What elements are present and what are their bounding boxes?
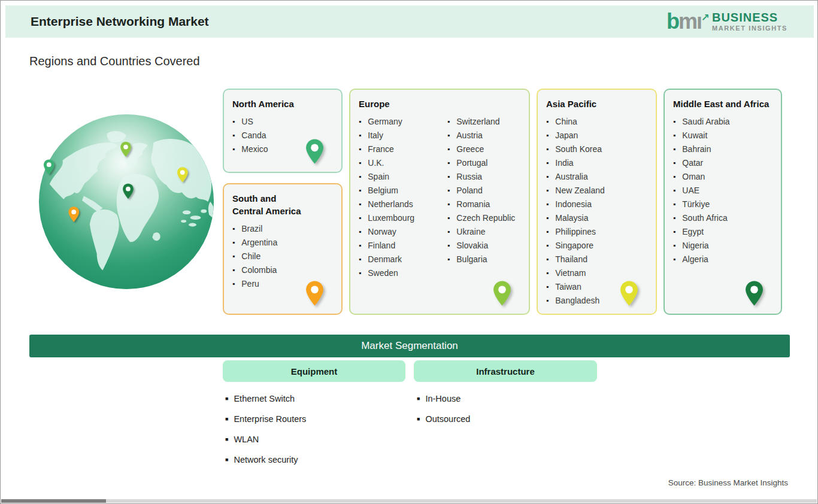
logo-line1: BUSINESS <box>712 11 787 23</box>
country-item: Romania <box>447 198 515 211</box>
country-item: Algeria <box>673 253 772 266</box>
country-item: Malaysia <box>546 211 647 225</box>
country-item: Australia <box>546 170 647 184</box>
map-pin-icon <box>619 280 639 309</box>
segment-item: Ethernet Switch <box>225 389 306 409</box>
map-pin-icon <box>305 138 325 167</box>
country-item: South Africa <box>673 211 772 225</box>
country-item: Belgium <box>359 184 447 198</box>
source-note: Source: Business Market Insights <box>668 478 788 487</box>
segment-item: WLAN <box>225 430 306 450</box>
country-item: Ukraine <box>447 225 515 239</box>
segment-pill-equipment: Equipment <box>223 360 405 382</box>
infrastructure-item-list: In-HouseOutsourced <box>417 389 470 430</box>
country-item: Chile <box>232 250 333 263</box>
country-item: Kuwait <box>673 129 772 142</box>
country-item: Sweden <box>359 266 447 280</box>
logo-line2: MARKET INSIGHTS <box>712 25 787 32</box>
country-item: France <box>359 142 447 156</box>
country-item: Finland <box>359 239 447 253</box>
country-item: Oman <box>673 170 772 184</box>
country-item: Vietnam <box>546 266 647 280</box>
market-segmentation-bar: Market Segmentation <box>29 335 790 357</box>
country-item: Egypt <box>673 225 772 239</box>
country-item: Argentina <box>232 236 333 250</box>
globe-illustration <box>38 113 215 290</box>
country-item: Italy <box>359 129 447 142</box>
country-item: Türkiye <box>673 198 772 211</box>
country-item: India <box>546 156 647 170</box>
segment-item: Outsourced <box>417 409 470 430</box>
horizontal-scrollbar[interactable] <box>1 499 817 503</box>
country-item: Luxembourg <box>359 211 447 225</box>
page-header-title: Enterprise Networking Market <box>31 5 209 38</box>
infographic-page: Enterprise Networking Market bmı ↗ BUSIN… <box>0 0 818 504</box>
country-item: Slovakia <box>447 239 515 253</box>
country-item: Bulgaria <box>447 253 515 266</box>
region-title: Middle East and Africa <box>673 98 772 110</box>
bmi-logo: bmı ↗ BUSINESS MARKET INSIGHTS <box>666 10 787 34</box>
globe-icon <box>38 113 215 290</box>
map-pin-icon <box>492 280 512 309</box>
country-item: Portugal <box>447 156 515 170</box>
map-pin-icon <box>305 280 325 309</box>
country-item: Austria <box>447 129 515 142</box>
segment-pill-label: Infrastructure <box>476 366 535 377</box>
country-item: Bahrain <box>673 142 772 156</box>
region-card-asia-pacific: Asia Pacific ChinaJapanSouth KoreaIndiaA… <box>537 89 657 315</box>
region-title: South and Central America <box>232 192 303 217</box>
country-item: Germany <box>359 115 447 129</box>
map-pin-icon <box>744 280 764 309</box>
region-card-south-central-america: South and Central America BrazilArgentin… <box>223 183 343 315</box>
market-segmentation-title: Market Segmentation <box>361 340 458 352</box>
region-title: North America <box>232 98 333 110</box>
country-item: Czech Republic <box>447 211 515 225</box>
country-item: Russia <box>447 170 515 184</box>
country-item: Philippines <box>546 225 647 239</box>
country-item: Poland <box>447 184 515 198</box>
country-item: Nigeria <box>673 239 772 253</box>
country-list: Saudi ArabiaKuwaitBahrainQatarOmanUAETür… <box>673 115 772 266</box>
country-item: New Zealand <box>546 184 647 198</box>
segment-item: Enterprise Routers <box>225 409 306 430</box>
logo-letter-m: m <box>678 9 696 34</box>
country-item: Netherlands <box>359 198 447 211</box>
country-item: Japan <box>546 129 647 142</box>
country-item: South Korea <box>546 142 647 156</box>
country-item: Thailand <box>546 253 647 266</box>
bmi-logo-mark: bmı ↗ <box>666 11 707 32</box>
country-item: Denmark <box>359 253 447 266</box>
country-item: Greece <box>447 142 515 156</box>
country-item: Saudi Arabia <box>673 115 772 129</box>
country-item: Spain <box>359 170 447 184</box>
country-item: Switzerland <box>447 115 515 129</box>
country-item: Qatar <box>673 156 772 170</box>
region-title: Europe <box>359 98 520 110</box>
logo-wordmark: BUSINESS MARKET INSIGHTS <box>712 11 787 32</box>
country-item: Colombia <box>232 263 333 277</box>
country-item: Singapore <box>546 239 647 253</box>
region-card-europe: Europe GermanyItalyFranceU.K.SpainBelgiu… <box>349 89 530 315</box>
segment-pill-label: Equipment <box>291 366 338 377</box>
equipment-item-list: Ethernet SwitchEnterprise RoutersWLANNet… <box>225 389 306 470</box>
section-title: Regions and Countries Covered <box>29 54 200 68</box>
logo-letter-b: b <box>666 9 678 34</box>
country-item: Brazil <box>232 222 333 236</box>
country-item: UAE <box>673 184 772 198</box>
country-item: Indonesia <box>546 198 647 211</box>
segment-pill-infrastructure: Infrastructure <box>414 360 597 382</box>
country-list: ChinaJapanSouth KoreaIndiaAustraliaNew Z… <box>546 115 647 308</box>
header-band: Enterprise Networking Market bmı ↗ BUSIN… <box>5 5 814 38</box>
country-item: China <box>546 115 647 129</box>
horizontal-scrollbar-thumb[interactable] <box>1 499 106 503</box>
country-list-col2: SwitzerlandAustriaGreecePortugalRussiaPo… <box>447 115 515 280</box>
logo-arrow-icon: ↗ <box>701 7 708 29</box>
region-title: Asia Pacific <box>546 98 647 110</box>
country-item: U.K. <box>359 156 447 170</box>
europe-columns: GermanyItalyFranceU.K.SpainBelgiumNether… <box>359 110 520 280</box>
country-item: Norway <box>359 225 447 239</box>
region-card-middle-east-africa: Middle East and Africa Saudi ArabiaKuwai… <box>664 89 782 315</box>
segment-item: Network security <box>225 450 306 470</box>
country-item: US <box>232 115 333 129</box>
region-card-north-america: North America USCandaMexico <box>223 89 343 173</box>
